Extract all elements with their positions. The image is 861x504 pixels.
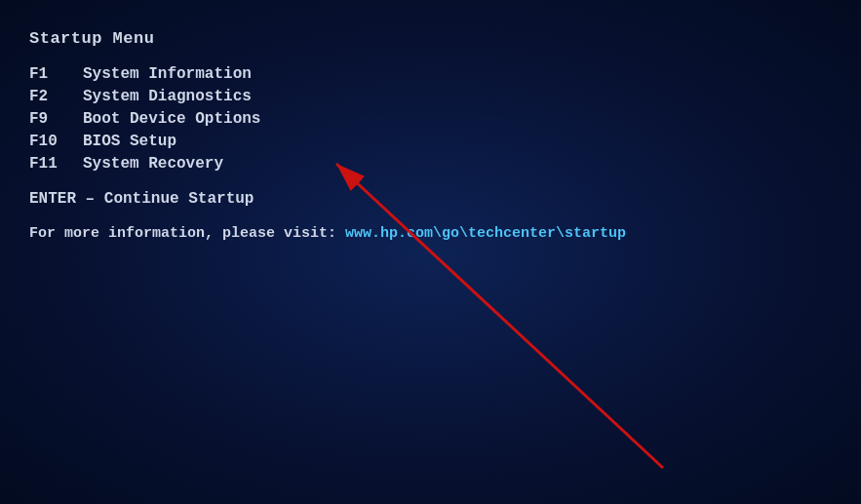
info-prefix: For more information, please visit: — [29, 225, 345, 242]
menu-item-f2: F2 System Diagnostics — [29, 88, 832, 105]
menu-title: Startup Menu — [29, 29, 832, 48]
info-url: www.hp.com\go\techcenter\startup — [345, 225, 626, 242]
desc-f10: BIOS Setup — [83, 133, 176, 150]
key-f2: F2 — [29, 88, 83, 105]
enter-line: ENTER – Continue Startup — [29, 190, 832, 208]
key-f9: F9 — [29, 110, 83, 128]
menu-items-list: F1 System Information F2 System Diagnost… — [29, 65, 832, 173]
svg-line-1 — [336, 164, 663, 468]
menu-item-f11: F11 System Recovery — [29, 155, 832, 173]
key-f10: F10 — [29, 133, 83, 150]
desc-f2: System Diagnostics — [83, 88, 252, 105]
menu-item-f10: F10 BIOS Setup — [29, 133, 832, 150]
menu-item-f9: F9 Boot Device Options — [29, 110, 832, 128]
info-line: For more information, please visit: www.… — [29, 225, 832, 242]
menu-item-f1: F1 System Information — [29, 65, 832, 83]
desc-f9: Boot Device Options — [83, 110, 260, 128]
key-f1: F1 — [29, 65, 83, 83]
bios-screen: Startup Menu F1 System Information F2 Sy… — [0, 0, 861, 504]
desc-f1: System Information — [83, 65, 252, 83]
desc-f11: System Recovery — [83, 155, 223, 173]
key-f11: F11 — [29, 155, 83, 173]
